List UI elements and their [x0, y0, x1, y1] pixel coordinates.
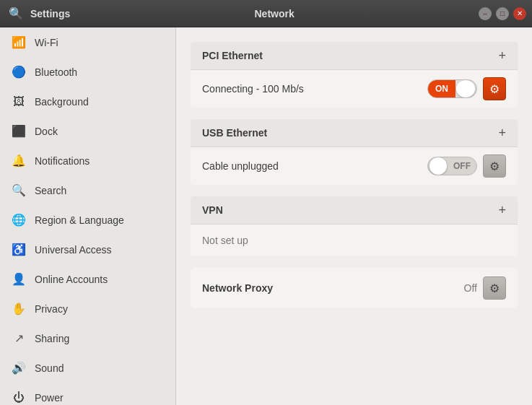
search-sidebar-icon: 🔍 — [12, 183, 26, 197]
close-icon: ✕ — [517, 9, 523, 17]
sidebar-item-wifi[interactable]: 📶 Wi-Fi — [0, 27, 175, 57]
usb-toggle[interactable]: OFF — [427, 157, 477, 175]
pci-ethernet-section: PCI Ethernet + Connecting - 100 Mb/s ON … — [191, 42, 518, 108]
pci-ethernet-header: PCI Ethernet + — [191, 42, 518, 69]
background-icon: 🖼 — [12, 95, 26, 108]
sharing-icon: ↗ — [12, 331, 26, 345]
sidebar-label-region: Region & Language — [35, 214, 124, 226]
vpn-not-setup-row: Not set up — [191, 224, 518, 256]
sidebar-item-privacy[interactable]: ✋ Privacy — [0, 294, 175, 323]
usb-status-label: Cable unplugged — [202, 160, 279, 172]
pci-toggle-label: ON — [428, 80, 455, 97]
vpn-not-setup-label: Not set up — [202, 235, 248, 246]
sidebar-item-online-accounts[interactable]: 👤 Online Accounts — [0, 264, 175, 294]
search-icon: 🔍 — [9, 6, 23, 20]
sidebar-item-notifications[interactable]: 🔔 Notifications — [0, 146, 175, 175]
pci-ethernet-row: Connecting - 100 Mb/s ON ⚙ — [191, 69, 518, 108]
usb-settings-button[interactable]: ⚙ — [483, 154, 506, 178]
sidebar-item-sharing[interactable]: ↗ Sharing — [0, 323, 175, 353]
maximize-icon: □ — [500, 9, 505, 17]
region-icon: 🌐 — [12, 213, 26, 227]
pci-settings-button[interactable]: ⚙ — [483, 77, 506, 100]
privacy-icon: ✋ — [12, 302, 26, 315]
sound-icon: 🔊 — [12, 361, 26, 375]
titlebar-left: 🔍 Settings — [6, 4, 70, 24]
sidebar-item-universal-access[interactable]: ♿ Universal Access — [0, 235, 175, 264]
network-proxy-status: Off — [464, 282, 477, 294]
vpn-section: VPN + Not set up — [191, 196, 518, 256]
wifi-icon: 📶 — [12, 35, 26, 49]
sidebar-label-privacy: Privacy — [35, 303, 68, 315]
pci-toggle-knob — [456, 80, 475, 97]
sidebar-label-notifications: Notifications — [35, 155, 90, 167]
pci-toggle[interactable]: ON — [427, 79, 477, 98]
minimize-button[interactable]: – — [479, 7, 492, 20]
sidebar-item-sound[interactable]: 🔊 Sound — [0, 353, 175, 383]
usb-ethernet-title: USB Ethernet — [202, 127, 267, 139]
settings-title: Settings — [30, 8, 70, 19]
online-accounts-icon: 👤 — [12, 272, 26, 286]
window-title: Network — [255, 8, 295, 19]
maximize-button[interactable]: □ — [496, 7, 509, 20]
sidebar-item-search[interactable]: 🔍 Search — [0, 175, 175, 205]
sidebar-item-background[interactable]: 🖼 Background — [0, 87, 175, 116]
pci-row-controls: ON ⚙ — [427, 77, 506, 100]
usb-ethernet-header: USB Ethernet + — [191, 119, 518, 147]
usb-ethernet-row: Cable unplugged OFF ⚙ — [191, 147, 518, 185]
sidebar-label-search: Search — [35, 185, 66, 196]
sidebar-item-dock[interactable]: ⬛ Dock — [0, 116, 175, 146]
network-proxy-row[interactable]: Network Proxy Off ⚙ — [191, 268, 518, 308]
vpn-title: VPN — [202, 204, 223, 216]
proxy-row-controls: Off ⚙ — [464, 276, 506, 300]
right-panel: PCI Ethernet + Connecting - 100 Mb/s ON … — [176, 27, 532, 405]
window-controls: – □ ✕ — [479, 7, 526, 20]
sidebar-label-wifi: Wi-Fi — [35, 37, 58, 48]
pci-ethernet-title: PCI Ethernet — [202, 50, 263, 61]
usb-add-icon: + — [498, 126, 506, 140]
network-proxy-label: Network Proxy — [202, 282, 273, 294]
usb-gear-icon: ⚙ — [489, 160, 500, 173]
sidebar-label-dock: Dock — [35, 126, 58, 137]
sidebar-label-sharing: Sharing — [35, 333, 69, 344]
sidebar-label-sound: Sound — [35, 362, 64, 374]
vpn-header: VPN + — [191, 196, 518, 224]
sidebar-label-background: Background — [35, 96, 89, 108]
sidebar-item-region[interactable]: 🌐 Region & Language — [0, 205, 175, 235]
pci-status-label: Connecting - 100 Mb/s — [202, 83, 304, 95]
sidebar-label-power: Power — [35, 392, 64, 404]
sidebar-label-universal-access: Universal Access — [35, 244, 112, 256]
network-proxy-section: Network Proxy Off ⚙ — [191, 268, 518, 308]
close-button[interactable]: ✕ — [513, 7, 526, 20]
sidebar-label-online-accounts: Online Accounts — [35, 274, 108, 285]
usb-toggle-label: OFF — [448, 157, 476, 175]
bluetooth-icon: 🔵 — [12, 65, 26, 79]
pci-gear-icon: ⚙ — [489, 82, 500, 96]
notifications-icon: 🔔 — [12, 154, 26, 167]
vpn-add-button[interactable]: + — [498, 204, 506, 217]
proxy-settings-button[interactable]: ⚙ — [483, 276, 506, 300]
usb-row-controls: OFF ⚙ — [427, 154, 506, 178]
usb-ethernet-section: USB Ethernet + Cable unplugged OFF ⚙ — [191, 119, 518, 185]
sidebar-item-bluetooth[interactable]: 🔵 Bluetooth — [0, 57, 175, 87]
usb-ethernet-add-button[interactable]: + — [498, 126, 506, 139]
sidebar: 📶 Wi-Fi 🔵 Bluetooth 🖼 Background ⬛ Dock … — [0, 27, 176, 405]
pci-ethernet-add-button[interactable]: + — [498, 49, 506, 62]
power-icon: ⏻ — [12, 391, 26, 404]
universal-access-icon: ♿ — [12, 243, 26, 256]
sidebar-item-power[interactable]: ⏻ Power — [0, 383, 175, 405]
sidebar-label-bluetooth: Bluetooth — [35, 66, 77, 78]
search-button[interactable]: 🔍 — [6, 4, 26, 24]
proxy-gear-icon: ⚙ — [489, 282, 500, 295]
titlebar: 🔍 Settings Network – □ ✕ — [0, 0, 532, 27]
minimize-icon: – — [483, 9, 487, 17]
vpn-add-icon: + — [498, 203, 506, 217]
main-content: 📶 Wi-Fi 🔵 Bluetooth 🖼 Background ⬛ Dock … — [0, 27, 532, 405]
usb-toggle-knob — [429, 157, 447, 175]
dock-icon: ⬛ — [12, 124, 26, 138]
pci-add-icon: + — [498, 48, 506, 63]
